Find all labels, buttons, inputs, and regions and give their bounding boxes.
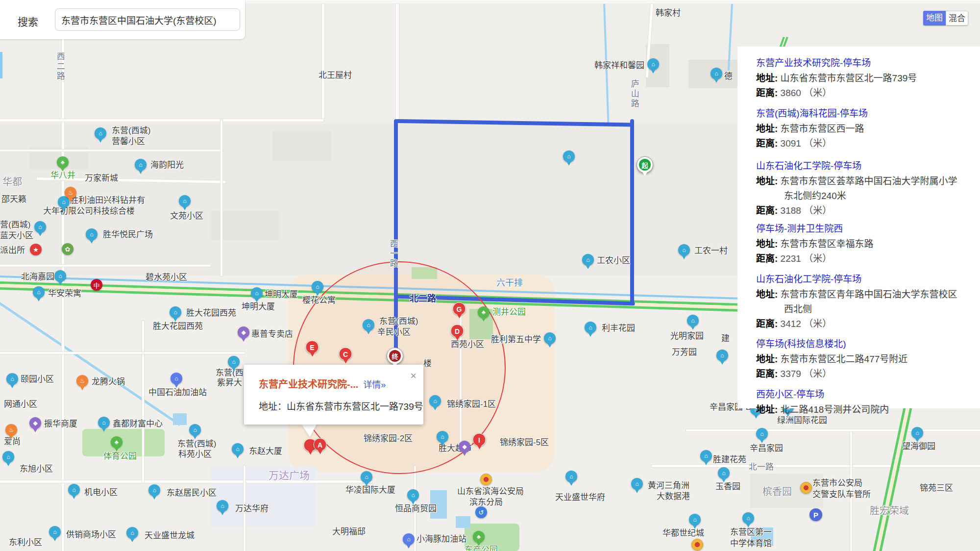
- poi-marker[interactable]: ⌂: [6, 373, 18, 385]
- map-type-button-map[interactable]: 地图: [923, 11, 946, 25]
- poi-marker[interactable]: ♣: [473, 531, 485, 543]
- poi-marker[interactable]: ⌂: [135, 159, 147, 171]
- poi-marker[interactable]: ⌂: [687, 315, 699, 326]
- poi-marker[interactable]: ⌂: [756, 428, 768, 440]
- poi-marker[interactable]: ⌂: [126, 527, 138, 539]
- map-label: 颐园小区: [21, 375, 54, 384]
- poi-marker[interactable]: ⌂: [95, 127, 106, 139]
- map-label: 东营(西城): [177, 440, 216, 449]
- poi-marker[interactable]: ⌂: [251, 287, 263, 299]
- result-pin-G[interactable]: G: [453, 302, 466, 316]
- poi-marker[interactable]: ⌂: [544, 332, 556, 344]
- poi-marker[interactable]: ⌂: [312, 281, 323, 293]
- result-pin-E[interactable]: E: [306, 341, 319, 354]
- poi-marker[interactable]: ⌂: [189, 424, 201, 436]
- poi-marker[interactable]: ⌂: [716, 350, 728, 361]
- map-label: 营(西城): [0, 221, 30, 230]
- poi-marker[interactable]: ⌂: [700, 450, 712, 462]
- result-title-link[interactable]: 停车场(科技信息楼北): [756, 338, 973, 350]
- police-badge-icon[interactable]: [800, 482, 812, 494]
- result-title-link[interactable]: 山东石油化工学院-停车场: [756, 274, 973, 285]
- map-label: 东产公园: [465, 546, 498, 551]
- poi-marker[interactable]: ⌂: [718, 467, 730, 479]
- poi-marker[interactable]: ⌂: [232, 443, 244, 455]
- poi-marker[interactable]: ⌂: [563, 150, 575, 162]
- poi-marker[interactable]: ♣: [111, 436, 122, 448]
- map-label: 派出所: [0, 246, 25, 255]
- map-type-button-hybrid[interactable]: 混合: [946, 11, 968, 25]
- route-end-pin[interactable]: 终: [387, 348, 403, 364]
- map-label: 网通小区: [4, 400, 37, 409]
- poi-marker[interactable]: ♨: [76, 375, 88, 387]
- poi-marker[interactable]: ⌂: [33, 286, 45, 298]
- poi-marker[interactable]: ⌂: [565, 471, 577, 482]
- result-title-link[interactable]: 山东石油化工学院-停车场: [756, 160, 973, 172]
- poi-marker[interactable]: ♣: [57, 156, 69, 168]
- details-link[interactable]: 详情»: [363, 377, 386, 390]
- poi-marker[interactable]: ⌂: [54, 270, 66, 282]
- police-station-icon[interactable]: ★: [30, 244, 42, 255]
- poi-marker[interactable]: ⌂: [2, 451, 14, 463]
- poi-marker[interactable]: ♣: [478, 306, 490, 318]
- poi-marker[interactable]: ⌂: [585, 322, 596, 333]
- poi-marker[interactable]: ⌂: [437, 431, 448, 443]
- result-title-link[interactable]: 东营产业技术研究院-停车场: [756, 57, 973, 69]
- poi-marker[interactable]: ⌂: [689, 514, 701, 526]
- poi-marker[interactable]: ⌂: [911, 427, 923, 439]
- poi-marker[interactable]: ◆: [238, 326, 249, 338]
- poi-marker[interactable]: ⌂: [49, 526, 61, 538]
- route-start-pin[interactable]: 起: [637, 156, 653, 173]
- poi-marker[interactable]: ⌂: [363, 319, 374, 331]
- result-pin-D[interactable]: D: [451, 325, 464, 338]
- map-shape: [272, 131, 331, 161]
- result-pin-I[interactable]: I: [473, 433, 486, 447]
- poi-marker[interactable]: ♨: [65, 187, 76, 199]
- poi-marker[interactable]: ⌂: [361, 471, 372, 483]
- parking-icon[interactable]: P: [809, 508, 822, 521]
- poi-marker[interactable]: ⌂: [582, 254, 594, 266]
- map-label: 北一路: [749, 463, 774, 472]
- poi-marker[interactable]: ⌂: [742, 512, 754, 524]
- poi-marker[interactable]: ⌂: [34, 221, 46, 233]
- poi-marker[interactable]: ⌂: [68, 484, 80, 496]
- search-input[interactable]: [55, 8, 240, 31]
- bank-icon[interactable]: 中: [91, 279, 102, 291]
- bank-icon[interactable]: ↺: [475, 506, 487, 518]
- result-title-link[interactable]: 西苑小区-停车场: [756, 389, 973, 400]
- poi-marker[interactable]: ⌂: [407, 489, 419, 501]
- poi-marker[interactable]: ⌂: [217, 500, 228, 512]
- gas-station-icon[interactable]: ⌂: [171, 373, 182, 384]
- poi-marker[interactable]: ⌂: [678, 244, 690, 256]
- route-line: [630, 119, 634, 303]
- poi-marker[interactable]: ⌂: [647, 58, 659, 70]
- gas-station-icon[interactable]: ⌂: [403, 533, 415, 545]
- poi-marker[interactable]: ⌂: [148, 484, 160, 496]
- road: [652, 465, 980, 467]
- poi-marker[interactable]: ⌂: [179, 195, 191, 207]
- result-pin-A[interactable]: A: [314, 438, 327, 451]
- police-badge-icon[interactable]: [480, 474, 492, 485]
- military-icon[interactable]: ✿: [62, 243, 74, 255]
- map-label: 天业盛世华府: [555, 493, 605, 502]
- poi-marker[interactable]: ⌂: [631, 478, 643, 490]
- result-title-link[interactable]: 东营(西城)海科花园-停车场: [756, 108, 973, 119]
- road: [0, 265, 211, 267]
- poi-marker[interactable]: ◆: [459, 441, 470, 452]
- search-bar: 搜索: [0, 0, 245, 39]
- close-icon[interactable]: ×: [410, 370, 416, 382]
- result-pin-C[interactable]: C: [339, 348, 352, 361]
- poi-marker[interactable]: ⌂: [86, 228, 98, 240]
- poi-marker[interactable]: ⌂: [710, 68, 722, 79]
- police-badge-icon[interactable]: [691, 539, 703, 551]
- poi-marker[interactable]: ⌂: [429, 395, 441, 407]
- poi-marker[interactable]: ⌂: [228, 356, 240, 368]
- result-title-link[interactable]: 停车场-测井卫生院西: [756, 223, 973, 234]
- map-label: 锦绣家园-2区: [364, 434, 413, 444]
- poi-marker[interactable]: ◆: [29, 417, 41, 429]
- poi-marker[interactable]: ⌂: [98, 417, 110, 428]
- poi-marker[interactable]: ⌂: [170, 306, 181, 318]
- result-distance: 距离: 3379 （米）: [756, 368, 973, 379]
- map-label: 东赵大厦: [249, 447, 282, 456]
- poi-marker[interactable]: ♨: [5, 424, 17, 436]
- map-label: 科苑小区: [178, 450, 212, 459]
